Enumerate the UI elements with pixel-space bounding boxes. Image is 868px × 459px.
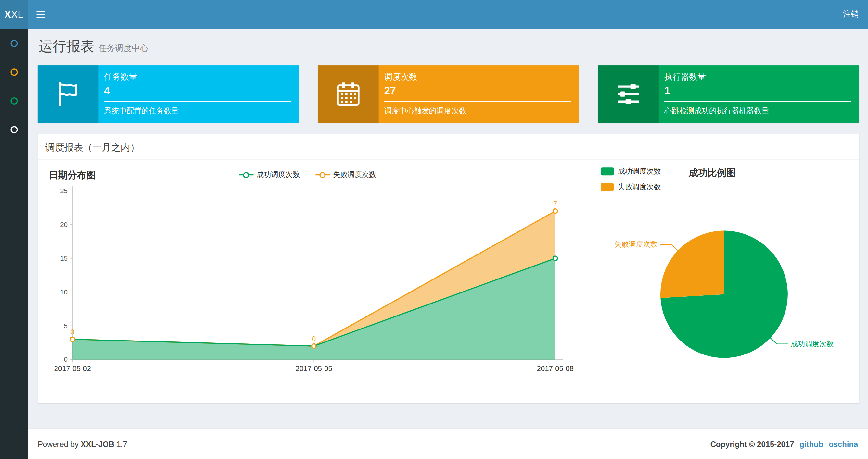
info-box-triggers: 调度次数 27 调度中心触发的调度次数 — [318, 65, 579, 123]
main-content: 运行报表任务调度中心 任务数量 4 系统中配置的任务数量 — [28, 29, 868, 429]
svg-text:2017-05-02: 2017-05-02 — [54, 364, 91, 373]
legend-label: 成功调度次数 — [257, 170, 300, 180]
svg-text:5: 5 — [64, 322, 68, 329]
circle-icon — [10, 40, 18, 47]
divider — [104, 101, 291, 102]
pie-chart-section: 成功调度次数失败调度次数 成功比例图 成功调度次数失败调度次数 — [600, 162, 857, 393]
pie-slice-label: 失败调度次数 — [614, 240, 657, 248]
info-box-executors: 执行器数量 1 心跳检测成功的执行器机器数量 — [598, 65, 859, 123]
info-box-label: 执行器数量 — [664, 72, 851, 83]
copyright-text: Copyright © 2015-2017 — [710, 440, 794, 449]
svg-text:10: 10 — [60, 288, 68, 296]
logo-bold: X — [4, 8, 11, 20]
pie-chart-header: 成功调度次数失败调度次数 成功比例图 — [601, 166, 857, 192]
footer-right: Copyright © 2015-2017 github oschina — [710, 440, 858, 449]
info-box-description: 调度中心触发的调度次数 — [384, 106, 571, 116]
info-box-content: 调度次数 27 调度中心触发的调度次数 — [379, 65, 579, 123]
report-panel: 调度报表（一月之内） 日期分布图 成功调度次数失败调度次数 0510152025… — [38, 134, 859, 403]
legend-item[interactable]: 失败调度次数 — [601, 182, 661, 192]
svg-text:25: 25 — [60, 187, 68, 194]
point-label: 7 — [553, 200, 557, 208]
data-point — [70, 337, 75, 341]
sidebar-item-3[interactable] — [0, 86, 28, 115]
sidebar-item-4[interactable] — [0, 115, 28, 144]
divider — [664, 101, 851, 102]
info-box-jobs: 任务数量 4 系统中配置的任务数量 — [38, 65, 299, 123]
sidebar-toggle-button[interactable] — [28, 0, 54, 29]
line-chart-header: 日期分布图 成功调度次数失败调度次数 — [49, 166, 600, 185]
calendar-icon — [318, 65, 378, 123]
info-box-description: 心跳检测成功的执行器机器数量 — [664, 106, 851, 116]
point-label: 0 — [70, 328, 74, 336]
flag-icon — [38, 65, 98, 123]
logout-button[interactable]: 注销 — [834, 0, 868, 29]
sidebar — [0, 29, 28, 459]
panel-title: 调度报表（一月之内） — [38, 134, 859, 160]
page-subtitle: 任务调度中心 — [98, 43, 148, 53]
line-chart-svg: 05101520252017-05-022017-05-052017-05-08… — [49, 184, 580, 379]
logo-rest: XL — [11, 8, 23, 20]
app-logo[interactable]: XXL — [0, 0, 28, 29]
legend-swatch-icon — [601, 183, 614, 191]
pie-chart-legend: 成功调度次数失败调度次数 — [601, 166, 661, 192]
pie-label-line — [660, 244, 678, 251]
pie-label-line — [770, 338, 788, 344]
circle-icon — [10, 68, 18, 75]
page-header: 运行报表任务调度中心 — [28, 29, 868, 56]
info-box-content: 执行器数量 1 心跳检测成功的执行器机器数量 — [659, 65, 859, 123]
line-chart-title: 日期分布图 — [49, 168, 96, 181]
info-box-description: 系统中配置的任务数量 — [104, 106, 291, 116]
svg-text:15: 15 — [60, 255, 68, 262]
pie-chart-title: 成功比例图 — [689, 166, 736, 179]
legend-line-icon — [239, 174, 253, 175]
hamburger-icon — [36, 11, 45, 18]
top-navbar: XXL 注销 — [0, 0, 868, 29]
panel-body: 日期分布图 成功调度次数失败调度次数 05101520252017-05-022… — [38, 160, 859, 404]
line-chart-legend: 成功调度次数失败调度次数 — [239, 170, 376, 180]
sidebar-item-2[interactable] — [0, 58, 28, 86]
sidebar-item-1[interactable] — [0, 29, 28, 58]
footer: Powered by XXL-JOB 1.7 Copyright © 2015-… — [28, 429, 868, 459]
circle-icon — [10, 126, 18, 133]
info-box-content: 任务数量 4 系统中配置的任务数量 — [98, 65, 299, 123]
github-link[interactable]: github — [800, 440, 823, 449]
legend-label: 失败调度次数 — [618, 182, 661, 192]
svg-text:2017-05-05: 2017-05-05 — [296, 364, 332, 373]
line-chart-section: 日期分布图 成功调度次数失败调度次数 05101520252017-05-022… — [49, 162, 600, 393]
info-box-value: 4 — [104, 85, 291, 97]
circle-icon — [10, 97, 18, 104]
data-point — [553, 256, 557, 261]
legend-label: 失败调度次数 — [333, 170, 376, 180]
info-box-row: 任务数量 4 系统中配置的任务数量 — [28, 55, 868, 123]
sliders-icon — [598, 65, 658, 123]
legend-item[interactable]: 成功调度次数 — [601, 166, 661, 176]
pie-chart-svg: 成功调度次数失败调度次数 — [601, 192, 847, 391]
svg-text:0: 0 — [64, 356, 68, 363]
legend-item[interactable]: 失败调度次数 — [315, 170, 376, 180]
data-point — [312, 344, 316, 348]
oschina-link[interactable]: oschina — [829, 440, 858, 449]
data-point — [553, 209, 557, 213]
svg-text:2017-05-08: 2017-05-08 — [537, 364, 574, 373]
page-title: 运行报表任务调度中心 — [39, 37, 857, 55]
pie-slice — [660, 231, 724, 298]
legend-swatch-icon — [601, 167, 614, 175]
legend-item[interactable]: 成功调度次数 — [239, 170, 300, 180]
point-label: 0 — [312, 335, 316, 343]
app-window: XXL 注销 运行报表任务调度中心 任务数量 — [0, 0, 868, 459]
info-box-value: 1 — [664, 85, 851, 97]
info-box-label: 调度次数 — [384, 72, 571, 83]
divider — [384, 101, 571, 102]
legend-line-icon — [315, 174, 330, 175]
info-box-value: 27 — [384, 85, 571, 97]
pie-slice-label: 成功调度次数 — [791, 340, 834, 348]
product-name: XXL-JOB — [81, 440, 114, 449]
info-box-label: 任务数量 — [104, 72, 291, 83]
powered-by: Powered by XXL-JOB 1.7 — [38, 440, 127, 449]
version-number: 1.7 — [117, 440, 127, 449]
svg-text:20: 20 — [60, 221, 68, 228]
legend-label: 成功调度次数 — [618, 166, 661, 176]
